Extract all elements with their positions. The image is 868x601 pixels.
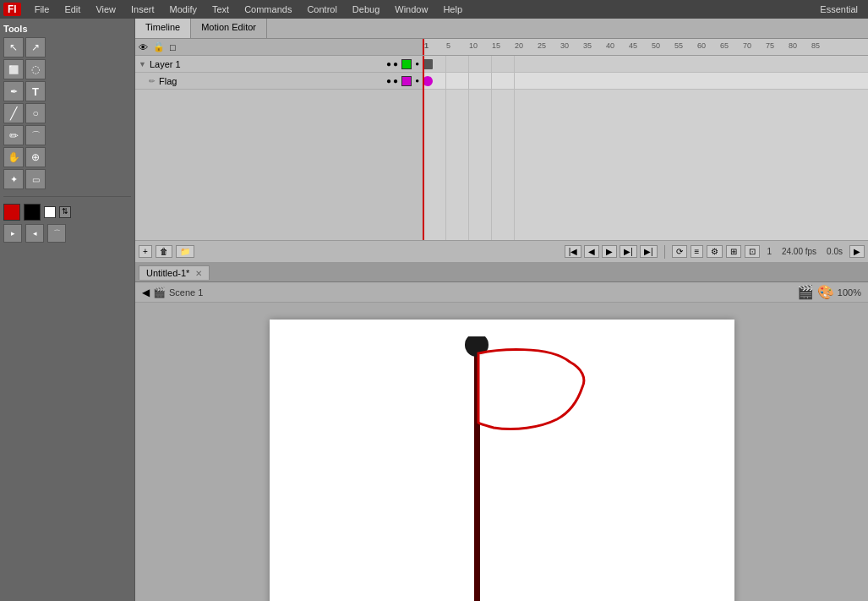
tool-opt2[interactable]: ◂ [25,224,44,243]
goto-end-btn[interactable]: ▶| [640,245,658,258]
lock-icon-header[interactable]: 🔒 [153,41,165,52]
layer-row-flag[interactable]: ✏ Flag ● ● ● [135,73,423,90]
text-tool[interactable]: T [25,81,46,101]
tool-opt1[interactable]: ▸ [3,224,22,243]
menu-debug[interactable]: Debug [346,3,386,16]
workspace-label: Essential [813,4,865,14]
menu-edit[interactable]: Edit [57,3,87,16]
frames-playhead [423,56,424,240]
menu-view[interactable]: View [89,3,123,16]
stage-controls: 🎬 🎨 100% [797,284,861,300]
snap-btn[interactable]: ⊞ [726,245,741,258]
menu-commands[interactable]: Commands [237,3,298,16]
flag-layer-color [401,76,412,86]
tool-opt3[interactable]: ⌒ [47,224,66,243]
play-btn[interactable]: ▶ [602,245,617,258]
tab-motion-editor[interactable]: Motion Editor [191,19,267,38]
flag-layer-dot: ● [415,77,419,85]
tab-timeline[interactable]: Timeline [135,19,191,38]
pencil-tool[interactable]: ✏ [3,125,24,145]
menu-text[interactable]: Text [205,3,236,16]
zoom-tool[interactable]: ⊕ [25,147,46,167]
breadcrumb-back-icon[interactable]: ◀ [142,287,150,298]
flag-layer-lock[interactable]: ● [393,76,398,85]
layer1-lock[interactable]: ● [393,59,398,68]
menu-window[interactable]: Window [388,3,434,16]
eye-icon[interactable]: 👁 [139,42,148,52]
layer-expand-icon: ▼ [139,60,146,68]
pen-tool[interactable]: ✒ [3,81,24,101]
hand-tool[interactable]: ✋ [3,147,24,167]
fill-color[interactable] [24,204,41,221]
menu-file[interactable]: File [28,3,57,16]
subselect-tool[interactable]: ↗ [25,37,46,57]
flag-layer-name: Flag [159,76,385,86]
app-logo: Fl [3,3,21,16]
add-layer-btn[interactable]: + [139,245,152,258]
outline-icon[interactable]: □ [170,42,176,52]
eyedropper-tool[interactable]: ✦ [3,169,24,189]
lasso-tool[interactable]: ◌ [25,59,46,79]
breadcrumb-scene[interactable]: Scene 1 [169,287,203,298]
layer-row-layer1[interactable]: ▼ Layer 1 ● ● ● [135,56,423,73]
ruler-row: 👁 🔒 □ 1 5 10 15 20 25 30 [135,39,868,56]
frame-line-10 [468,56,469,240]
playback-controls: |◀ ◀ ▶ ▶| ▶| [565,245,658,258]
playhead[interactable] [423,39,424,55]
tools-panel: Tools ↖ ↗ ⬜ ◌ ✒ T ╱ ○ ✏ ⌒ ✋ ⊕ ✦ ▭ [0,19,135,601]
tools-grid: ↖ ↗ ⬜ ◌ ✒ T ╱ ○ ✏ ⌒ ✋ ⊕ ✦ ▭ [3,37,131,189]
stage-tabs: Untitled-1* ✕ [135,264,868,282]
scene-icon: 🎬 [153,287,166,298]
flag-layer-eye[interactable]: ● [386,76,391,85]
layer1-name: Layer 1 [148,59,385,69]
flag-frames [423,73,868,90]
menu-modify[interactable]: Modify [163,3,204,16]
layer1-color [401,59,412,69]
stage-tab-close[interactable]: ✕ [195,269,202,278]
menu-help[interactable]: Help [436,3,469,16]
frame-display: 1 [763,247,775,256]
scroll-btn[interactable]: ▶ [849,245,865,258]
menu-bar: Fl File Edit View Insert Modify Text Com… [0,0,868,19]
eraser-tool[interactable]: ▭ [25,169,46,189]
zoom-level: 100% [838,287,861,298]
stage-area: Untitled-1* ✕ ◀ 🎬 Scene 1 🎬 🎨 100% [135,264,868,601]
stage-tab-label: Untitled-1* [146,268,189,278]
oval-tool[interactable]: ○ [25,103,46,123]
stage-breadcrumb: ◀ 🎬 Scene 1 🎬 🎨 100% [135,282,868,303]
frame-line-20 [514,56,515,240]
frame-line-15 [491,56,492,240]
menu-insert[interactable]: Insert [124,3,161,16]
layer1-dot: ● [415,60,419,68]
brush-tool[interactable]: ⌒ [25,125,46,145]
goto-start-btn[interactable]: |◀ [565,245,582,258]
step-back-btn[interactable]: ◀ [584,245,599,258]
clip-icon: 🎬 [797,284,814,300]
free-transform-tool[interactable]: ⬜ [3,59,24,79]
stage-canvas [270,320,734,601]
flag-layer-icon: ✏ [149,77,156,85]
frame-line-5 [445,56,446,240]
line-tool[interactable]: ╱ [3,103,24,123]
stroke-color[interactable] [3,204,20,221]
stage-tab-untitled[interactable]: Untitled-1* ✕ [139,265,210,280]
layer-controls-header: 👁 🔒 □ [135,39,423,55]
menu-control[interactable]: Control [300,3,343,16]
timeline-bottom: + 🗑 📁 |◀ ◀ ▶ ▶| ▶| ⟳ ≡ ⚙ [135,240,868,262]
step-fwd-btn[interactable]: ▶| [620,245,637,258]
color-palette-icon: 🎨 [817,284,834,300]
settings-btn[interactable]: ⚙ [707,245,723,258]
layer1-eye[interactable]: ● [386,59,391,68]
no-color[interactable] [44,206,56,218]
add-frame-btn[interactable]: ≡ [691,245,704,258]
layer1-frames [423,56,868,73]
loop-btn[interactable]: ⟳ [672,245,687,258]
delete-layer-btn[interactable]: 🗑 [156,245,172,258]
skin-btn[interactable]: ⊡ [745,245,760,258]
stage-canvas-area[interactable] [135,303,868,601]
swap-colors[interactable]: ⇅ [59,206,71,218]
frames-area[interactable] [423,56,868,240]
folder-btn[interactable]: 📁 [176,245,194,258]
color-controls: ⇅ [3,204,131,221]
arrow-tool[interactable]: ↖ [3,37,24,57]
